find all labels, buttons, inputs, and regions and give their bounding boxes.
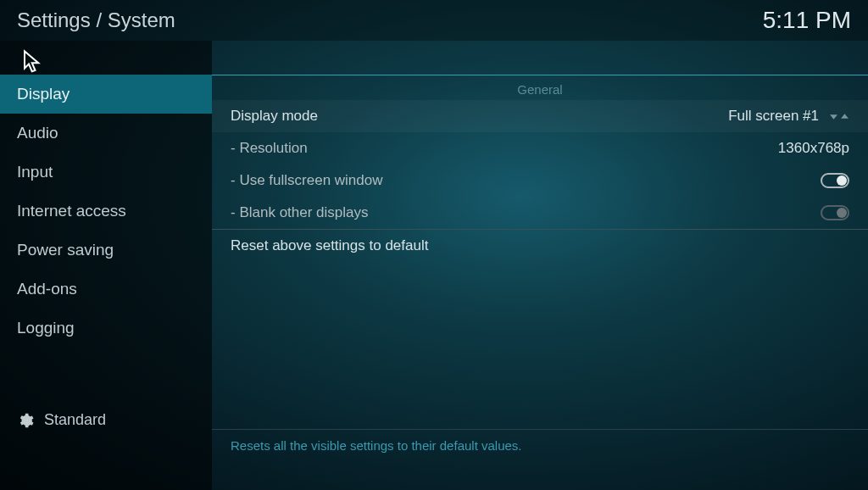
row-value — [821, 173, 849, 188]
sidebar-item-label: Display — [17, 85, 70, 103]
sidebar-item-add-ons[interactable]: Add-ons — [0, 270, 212, 309]
settings-level-button[interactable]: Standard — [0, 399, 212, 490]
section-header: General — [212, 75, 868, 100]
content-panel: General Display mode Full screen #1 - Re… — [212, 75, 868, 490]
row-label: - Use fullscreen window — [231, 172, 383, 189]
sidebar-item-label: Internet access — [17, 202, 126, 220]
toggle-blank-displays[interactable] — [821, 205, 849, 220]
sidebar-item-logging[interactable]: Logging — [0, 309, 212, 348]
row-label: Reset above settings to default — [231, 237, 428, 254]
sidebar-item-display[interactable]: Display — [0, 75, 212, 114]
row-label: Display mode — [231, 108, 318, 125]
header: Settings / System 5:11 PM — [0, 0, 868, 41]
gear-icon — [17, 412, 34, 429]
row-display-mode[interactable]: Display mode Full screen #1 — [212, 100, 868, 132]
main: Display Audio Input Internet access Powe… — [0, 41, 868, 490]
row-use-fullscreen-window[interactable]: - Use fullscreen window — [212, 164, 868, 197]
breadcrumb: Settings / System — [17, 8, 175, 32]
row-value — [821, 205, 849, 220]
sidebar-item-label: Add-ons — [17, 280, 77, 298]
display-mode-value: Full screen #1 — [728, 108, 819, 125]
sidebar-item-power-saving[interactable]: Power saving — [0, 231, 212, 270]
sidebar-item-label: Logging — [17, 319, 75, 337]
sidebar-item-input[interactable]: Input — [0, 153, 212, 192]
chevron-up-down-icon[interactable] — [829, 112, 849, 121]
sidebar-item-internet-access[interactable]: Internet access — [0, 192, 212, 231]
sidebar-item-audio[interactable]: Audio — [0, 114, 212, 153]
resolution-value: 1360x768p — [778, 140, 849, 157]
row-label: - Blank other displays — [231, 204, 369, 221]
sidebar-item-label: Audio — [17, 124, 58, 142]
clock: 5:11 PM — [763, 7, 851, 34]
row-label: - Resolution — [231, 140, 308, 157]
row-value: Full screen #1 — [728, 108, 849, 125]
row-blank-other-displays[interactable]: - Blank other displays — [212, 197, 868, 229]
settings-level-label: Standard — [44, 411, 106, 429]
sidebar: Display Audio Input Internet access Powe… — [0, 41, 212, 490]
sidebar-item-label: Power saving — [17, 241, 114, 259]
toggle-fullscreen-window[interactable] — [821, 173, 849, 188]
row-resolution[interactable]: - Resolution 1360x768p — [212, 132, 868, 164]
row-reset-defaults[interactable]: Reset above settings to default — [212, 230, 868, 262]
help-text: Resets all the visible settings to their… — [212, 429, 868, 490]
sidebar-item-label: Input — [17, 163, 53, 181]
